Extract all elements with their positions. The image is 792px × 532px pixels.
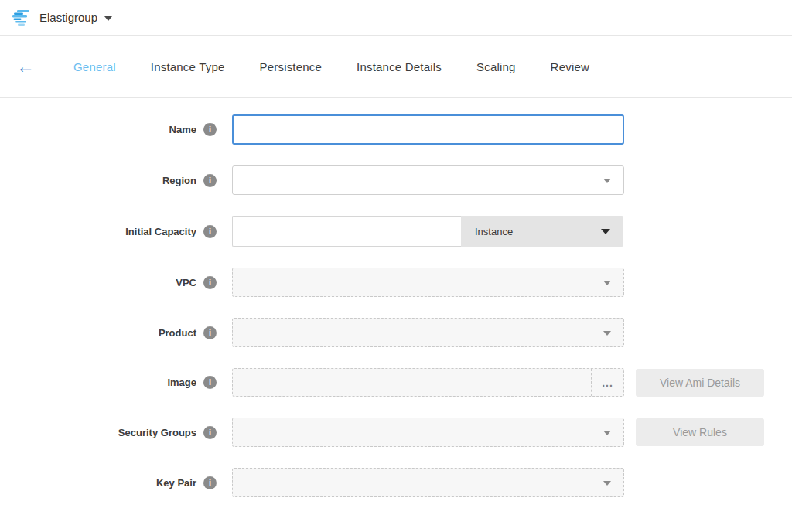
key-pair-row: Key Pair i — [0, 468, 792, 497]
security-groups-info-icon[interactable]: i — [203, 426, 217, 439]
vpc-select — [232, 268, 624, 297]
image-browse-button: ... — [591, 369, 623, 396]
product-info-icon[interactable]: i — [203, 326, 217, 339]
wizard-tabbar: ← General Instance Type Persistence Inst… — [0, 36, 792, 98]
general-form: Name i Region i Initial Capacity i Insta… — [0, 98, 792, 497]
app-header: Elastigroup — [0, 0, 792, 36]
product-select — [232, 318, 624, 347]
chevron-down-icon — [603, 331, 611, 336]
wizard-tabs: General Instance Type Persistence Instan… — [73, 60, 624, 73]
region-label: Region — [162, 175, 196, 186]
product-label: Product — [159, 327, 196, 339]
initial-capacity-row: Initial Capacity i Instance — [0, 216, 792, 247]
chevron-down-icon — [603, 481, 611, 486]
security-groups-label: Security Groups — [118, 427, 196, 438]
app-switcher-title[interactable]: Elastigroup — [39, 11, 97, 24]
app-switcher-caret-icon[interactable] — [104, 16, 112, 21]
name-row: Name i — [0, 114, 792, 145]
tab-persistence[interactable]: Persistence — [260, 60, 323, 73]
chevron-down-icon — [603, 281, 611, 285]
name-label: Name — [169, 124, 196, 135]
initial-capacity-info-icon[interactable]: i — [203, 225, 217, 238]
region-row: Region i — [0, 165, 792, 195]
chevron-down-icon — [601, 229, 610, 234]
name-info-icon[interactable]: i — [203, 123, 217, 136]
region-info-icon[interactable]: i — [203, 174, 217, 187]
view-rules-button[interactable]: View Rules — [636, 418, 764, 446]
chevron-down-icon — [603, 179, 611, 183]
security-groups-select — [232, 418, 624, 447]
vpc-info-icon[interactable]: i — [203, 276, 217, 289]
product-row: Product i — [0, 318, 792, 347]
view-ami-details-button[interactable]: View Ami Details — [636, 369, 764, 397]
image-label: Image — [167, 377, 196, 388]
security-groups-row: Security Groups i View Rules — [0, 418, 792, 447]
tab-review[interactable]: Review — [551, 60, 589, 73]
key-pair-select — [232, 468, 624, 497]
tab-instance-details[interactable]: Instance Details — [357, 60, 442, 73]
region-select[interactable] — [232, 165, 624, 195]
elastigroup-logo-icon — [11, 9, 31, 26]
image-input: ... — [232, 368, 624, 397]
capacity-unit-value: Instance — [475, 226, 513, 237]
key-pair-info-icon[interactable]: i — [203, 476, 217, 489]
capacity-unit-dropdown[interactable]: Instance — [461, 216, 623, 247]
image-info-icon[interactable]: i — [203, 376, 217, 389]
vpc-label: VPC — [176, 277, 196, 288]
tab-general[interactable]: General — [73, 60, 116, 73]
image-row: Image i ... View Ami Details — [0, 368, 792, 397]
tab-instance-type[interactable]: Instance Type — [151, 60, 225, 73]
initial-capacity-input[interactable] — [232, 216, 461, 247]
initial-capacity-label: Initial Capacity — [125, 226, 196, 237]
tab-scaling[interactable]: Scaling — [476, 60, 516, 73]
name-input[interactable] — [232, 114, 624, 145]
back-arrow-icon[interactable]: ← — [16, 57, 35, 76]
vpc-row: VPC i — [0, 268, 792, 297]
key-pair-label: Key Pair — [156, 477, 196, 489]
chevron-down-icon — [603, 431, 611, 435]
